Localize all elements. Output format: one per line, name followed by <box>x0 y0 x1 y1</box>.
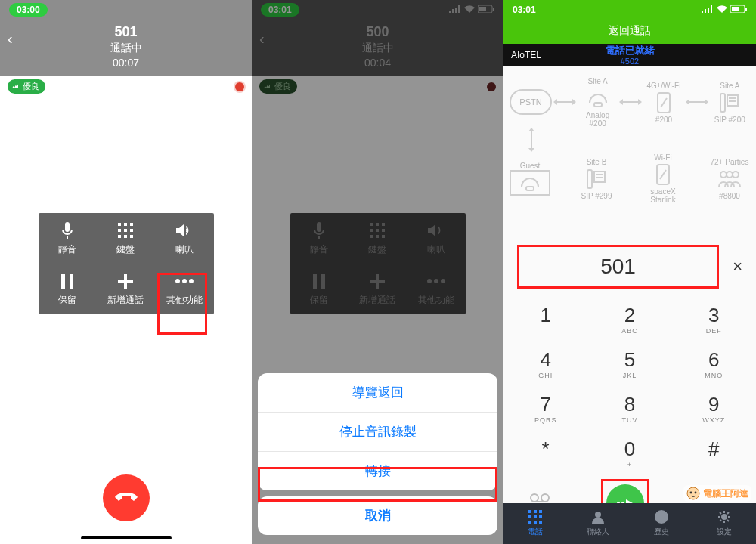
svg-point-62 <box>541 494 549 502</box>
clear-button[interactable]: × <box>733 257 742 277</box>
call-state: 通話中 <box>0 42 252 55</box>
action-sheet: 導覽返回 停止音訊錄製 轉接 取消 <box>258 373 497 535</box>
record-indicator-icon <box>235 82 244 91</box>
svg-rect-0 <box>118 223 121 226</box>
hold-label: 保留 <box>39 294 97 307</box>
hangup-icon <box>115 493 138 503</box>
arrow-icon <box>622 101 639 103</box>
status-time: 03:01 <box>513 5 536 15</box>
svg-rect-48 <box>720 94 725 112</box>
svg-rect-72 <box>528 521 531 524</box>
svg-rect-7 <box>124 235 127 238</box>
key-9[interactable]: 9WXYZ <box>672 385 756 430</box>
pause-icon <box>39 271 97 291</box>
arrow-icon <box>531 131 532 149</box>
svg-rect-6 <box>118 235 121 238</box>
svg-point-61 <box>531 494 538 502</box>
svg-point-59 <box>727 172 733 178</box>
mobile-icon <box>643 162 683 187</box>
gear-icon <box>717 510 731 525</box>
signal-icon <box>702 5 714 15</box>
tab-settings[interactable]: 設定 <box>693 503 757 544</box>
ready-title: 電話已就緒 <box>606 45 655 57</box>
siteb-node: Site BSIP #299 <box>576 156 617 200</box>
desk-phone-icon <box>710 90 750 116</box>
svg-rect-4 <box>124 229 127 232</box>
screen-in-call-1: 03:00 ‹ 501 通話中 00:07 優良 靜音 鍵盤 喇叭 保留 新增通… <box>0 0 252 544</box>
svg-rect-41 <box>708 8 709 13</box>
voicemail-icon <box>529 493 550 503</box>
pstn-icon: PSTN <box>510 89 552 115</box>
key-5[interactable]: 5JKL <box>587 341 671 385</box>
dial-input[interactable]: 501 <box>517 245 719 289</box>
status-icons <box>702 5 747 15</box>
highlight-transfer <box>258 467 497 502</box>
dial-input-row: 501 × <box>517 245 742 289</box>
return-call-bar[interactable]: 返回通話 <box>503 20 756 44</box>
keypad: 1 2ABC 3DEF 4GHI 5JKL 6MNO 7PQRS 8TUV 9W… <box>503 296 756 474</box>
mic-icon <box>39 221 97 240</box>
key-4[interactable]: 4GHI <box>503 341 587 385</box>
keypad-icon <box>97 221 155 240</box>
network-diagram: PSTN Site AAnalog #200 4G±/Wi-Fi#200 Sit… <box>503 66 756 240</box>
screen-action-sheet: 03:01 ‹ 500 通話中 00:04 優良 靜音 鍵盤 喇叭 保留 新增通… <box>252 0 503 544</box>
pstn-node: PSTN <box>510 89 552 115</box>
add-call-button[interactable]: 新增通話 <box>97 264 155 314</box>
svg-point-79 <box>690 492 692 494</box>
sheet-cancel[interactable]: 取消 <box>258 496 497 535</box>
call-duration: 00:07 <box>0 57 252 69</box>
svg-point-78 <box>687 487 699 499</box>
tab-history[interactable]: 歷史 <box>630 503 693 544</box>
svg-rect-10 <box>70 274 73 289</box>
keypad-icon <box>528 510 542 525</box>
brand-bar: AIoTEL 電話已就緒 #502 <box>503 44 756 66</box>
key-1[interactable]: 1 <box>503 296 587 341</box>
hangup-button[interactable] <box>103 474 150 521</box>
starlink-node: Wi-FispaceX Starlink <box>643 152 683 204</box>
mute-label: 靜音 <box>39 243 97 256</box>
call-header: ‹ 501 通話中 00:07 <box>0 20 252 76</box>
tab-bar: 電話 聯絡人 歷史 設定 <box>503 503 756 544</box>
key-star[interactable]: * <box>503 430 587 474</box>
quality-row: 優良 <box>0 76 252 97</box>
key-2[interactable]: 2ABC <box>587 296 671 341</box>
svg-rect-1 <box>124 223 127 226</box>
arrow-icon <box>689 101 705 103</box>
key-7[interactable]: 7PQRS <box>503 385 587 430</box>
sheet-stop-recording[interactable]: 停止音訊錄製 <box>258 412 497 451</box>
back-icon[interactable]: ‹ <box>8 30 13 48</box>
tab-phone[interactable]: 電話 <box>503 503 567 544</box>
mute-button[interactable]: 靜音 <box>39 213 97 264</box>
key-6[interactable]: 6MNO <box>672 341 756 385</box>
svg-rect-67 <box>534 510 537 513</box>
svg-point-77 <box>722 515 727 519</box>
hold-button[interactable]: 保留 <box>39 264 97 314</box>
ready-ext: #502 <box>606 57 655 66</box>
svg-rect-74 <box>539 521 542 524</box>
key-3[interactable]: 3DEF <box>672 296 756 341</box>
key-hash[interactable]: # <box>672 430 756 474</box>
speaker-button[interactable]: 喇叭 <box>155 213 213 264</box>
svg-point-60 <box>733 172 739 178</box>
phone-ready: 電話已就緒 #502 <box>606 44 655 66</box>
mobile-icon <box>643 90 683 116</box>
sheet-nav-back[interactable]: 導覽返回 <box>258 373 497 412</box>
desk-phone-icon <box>576 166 617 192</box>
speaker-icon <box>155 221 213 240</box>
key-8[interactable]: 8TUV <box>587 385 671 430</box>
tab-contacts[interactable]: 聯絡人 <box>567 503 631 544</box>
status-bar: 03:00 <box>0 0 252 20</box>
key-0[interactable]: 0+ <box>587 430 671 474</box>
quality-badge: 優良 <box>8 79 45 94</box>
keypad-button[interactable]: 鍵盤 <box>97 213 155 264</box>
phone-icon <box>510 170 550 196</box>
call-number: 501 <box>0 24 252 40</box>
brand-logo: AIoTEL <box>511 50 541 60</box>
svg-rect-2 <box>130 223 133 226</box>
home-indicator <box>81 536 172 539</box>
svg-rect-71 <box>539 515 542 518</box>
add-call-label: 新增通話 <box>97 294 155 307</box>
svg-rect-70 <box>534 515 537 518</box>
svg-rect-66 <box>528 510 531 513</box>
desk-node: Site ASIP #200 <box>710 80 750 124</box>
